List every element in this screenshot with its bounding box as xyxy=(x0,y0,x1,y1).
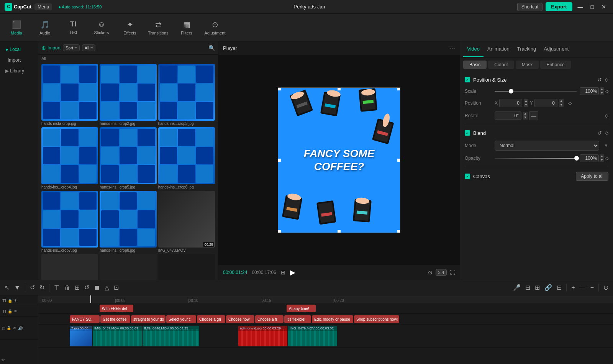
list-item[interactable]: hands-insta-crop.jpg xyxy=(41,64,98,126)
tool-filters[interactable]: ▦ Filters xyxy=(173,16,200,39)
link-button[interactable]: 🔗 xyxy=(543,283,554,292)
text-clip-fancy[interactable]: FANCY SO... xyxy=(70,315,100,323)
text-clip-choose-gri[interactable]: Choose a gri xyxy=(197,315,225,323)
video-clip-img437[interactable]: IMG_0437.MOV 00:00:03:07 xyxy=(93,326,142,346)
list-item[interactable]: hands-ins...crop2.jpg xyxy=(100,64,156,126)
track-eye-3[interactable]: 👁 xyxy=(13,326,16,330)
tool-stickers[interactable]: ☺ Stickers xyxy=(88,16,115,39)
freeze-button[interactable]: ⏹ xyxy=(92,284,102,292)
scale-slider-thumb[interactable] xyxy=(509,89,513,93)
zoom-out-button[interactable]: − xyxy=(589,284,595,292)
video-clip-img479[interactable]: IMG_0479.MOV 00:00:03:02 xyxy=(288,326,337,346)
shortcut-button[interactable]: Shortcut xyxy=(517,3,543,11)
track-edit-button[interactable]: ✏ xyxy=(2,357,5,362)
scale-input[interactable] xyxy=(580,87,599,95)
scale-keyframe-button[interactable]: ◇ xyxy=(605,89,608,94)
select-tool-button[interactable]: ↖ xyxy=(3,283,11,292)
tool-text[interactable]: TI Text xyxy=(60,16,87,39)
list-item[interactable]: hands-ins...crop4.jpg xyxy=(41,127,98,189)
loop-button[interactable]: ↺ xyxy=(83,283,91,292)
subtab-enhance[interactable]: Enhance xyxy=(540,61,570,69)
opacity-keyframe-button[interactable]: ◇ xyxy=(605,156,608,161)
tool-media[interactable]: ⬛ Media xyxy=(3,16,30,39)
play-button[interactable]: ▶ xyxy=(290,268,295,277)
fullscreen-button[interactable]: ⛶ xyxy=(450,269,455,275)
maximize-button[interactable]: □ xyxy=(588,3,596,11)
track-lock-3[interactable]: 🔒 xyxy=(7,326,11,330)
apply-to-all-button[interactable]: Apply to all xyxy=(576,172,608,181)
rotate-keyframe-button[interactable]: ◇ xyxy=(605,113,608,118)
video-clip-7jpg[interactable]: 7.jpg 00:00 xyxy=(70,326,92,346)
text-clip-get-the-coffee[interactable]: Get the coffee xyxy=(100,315,130,323)
list-item[interactable]: 00:28 IMG_0473.MOV xyxy=(158,191,215,253)
blend-reset-button[interactable]: ↺ xyxy=(597,130,602,136)
position-x-down[interactable]: ▼ xyxy=(524,103,528,107)
multitrack-button[interactable]: ⊟ xyxy=(555,283,563,292)
resize-handle-bm[interactable] xyxy=(338,230,341,233)
resize-handle-br[interactable] xyxy=(397,230,400,233)
track-lock-1[interactable]: 🔒 xyxy=(8,298,12,303)
redo-button[interactable]: ↻ xyxy=(38,283,46,292)
minimize-button[interactable]: — xyxy=(575,3,585,11)
rotate-tool-button[interactable]: ⊡ xyxy=(112,283,120,292)
position-x-input[interactable] xyxy=(499,99,522,107)
tool-transitions[interactable]: ⇄ Transitions xyxy=(145,16,172,39)
text-clip-straight[interactable]: straight to your do xyxy=(131,315,166,323)
position-y-down[interactable]: ▼ xyxy=(559,103,564,107)
tool-effects[interactable]: ✦ Effects xyxy=(116,16,143,39)
blend-checkbox[interactable]: ✓ xyxy=(465,130,470,136)
close-button[interactable]: ✕ xyxy=(599,3,608,11)
zoom-slider-button[interactable]: — xyxy=(578,284,587,292)
position-y-input[interactable] xyxy=(534,99,557,107)
list-item[interactable]: hands-ins...crop6.jpg xyxy=(158,127,215,189)
text-clip-select[interactable]: Select your c xyxy=(166,315,196,323)
sidebar-item-import[interactable]: Import xyxy=(2,55,36,65)
player-menu-button[interactable]: ⋯ xyxy=(449,44,455,52)
position-x-up[interactable]: ▲ xyxy=(524,99,528,103)
position-size-checkbox[interactable]: ✓ xyxy=(465,77,470,82)
delete-button[interactable]: 🗑 xyxy=(62,284,72,292)
list-item[interactable]: 00:21 img4.jpg xyxy=(41,254,98,280)
import-button[interactable]: Import xyxy=(41,45,61,51)
position-keyframe-button[interactable]: ◇ xyxy=(568,100,572,106)
rotate-input[interactable] xyxy=(495,111,521,120)
track-eye-1[interactable]: 👁 xyxy=(14,298,18,303)
crop-button[interactable]: ⊞ xyxy=(73,283,81,292)
rotate-down[interactable]: ▼ xyxy=(523,116,528,120)
undo-button[interactable]: ↺ xyxy=(28,283,36,292)
zoom-in-button[interactable]: + xyxy=(570,284,576,292)
grid-view-button[interactable]: ⊞ xyxy=(281,269,285,275)
video-clip-img446[interactable]: IMG_0446.MOV 00:00:04:25 xyxy=(143,326,199,346)
scale-down-button[interactable]: ▼ xyxy=(600,91,604,95)
text-clip-edit-modify[interactable]: Edit, modify or pause xyxy=(312,315,353,323)
text-clip-choose-how[interactable]: Choose how xyxy=(226,315,254,323)
all-filter-button[interactable]: All ≡ xyxy=(82,44,96,51)
video-clip-edit-vid[interactable]: edit-for-vid.jpg 00:00:03:29 xyxy=(238,326,287,346)
rotate-flip-button[interactable]: — xyxy=(529,111,538,120)
mic-button[interactable]: 🎤 xyxy=(511,283,522,292)
blend-mode-select[interactable]: Normal Multiply Screen Overlay Darken Li… xyxy=(495,141,599,151)
list-item[interactable]: hands-ins...crop7.jpg xyxy=(41,191,98,253)
text-clip-choose-fr[interactable]: Choose a fr xyxy=(255,315,284,323)
sidebar-item-library[interactable]: ▶ Library xyxy=(2,66,36,76)
list-item[interactable]: hands-ins...crop5.jpg xyxy=(100,127,156,189)
tool-adjustment[interactable]: ⊙ Adjustment xyxy=(202,16,228,39)
position-y-up[interactable]: ▲ xyxy=(559,99,564,103)
sort-button[interactable]: Sort ≡ xyxy=(63,44,80,51)
tab-tracking[interactable]: Tracking xyxy=(513,41,540,57)
search-button[interactable]: 🔍 xyxy=(208,45,215,51)
resize-handle-tl[interactable] xyxy=(278,87,281,90)
tab-animation[interactable]: Animation xyxy=(484,41,513,57)
opacity-up[interactable]: ▲ xyxy=(600,154,604,158)
playhead[interactable] xyxy=(90,295,91,303)
add-clip-button[interactable]: ⊞ xyxy=(533,283,541,292)
opacity-down[interactable]: ▼ xyxy=(600,158,604,162)
track-eye-2[interactable]: 👁 xyxy=(14,309,18,313)
menu-button[interactable]: Menu xyxy=(34,3,52,10)
tab-adjustment[interactable]: Adjustment xyxy=(540,41,572,57)
resize-handle-bl[interactable] xyxy=(278,230,281,233)
mirror-button[interactable]: △ xyxy=(103,283,111,292)
subtab-basic[interactable]: Basic xyxy=(463,61,487,69)
fullscreen-capture-button[interactable]: ⊙ xyxy=(428,269,433,275)
subtab-cutout[interactable]: Cutout xyxy=(488,61,514,69)
